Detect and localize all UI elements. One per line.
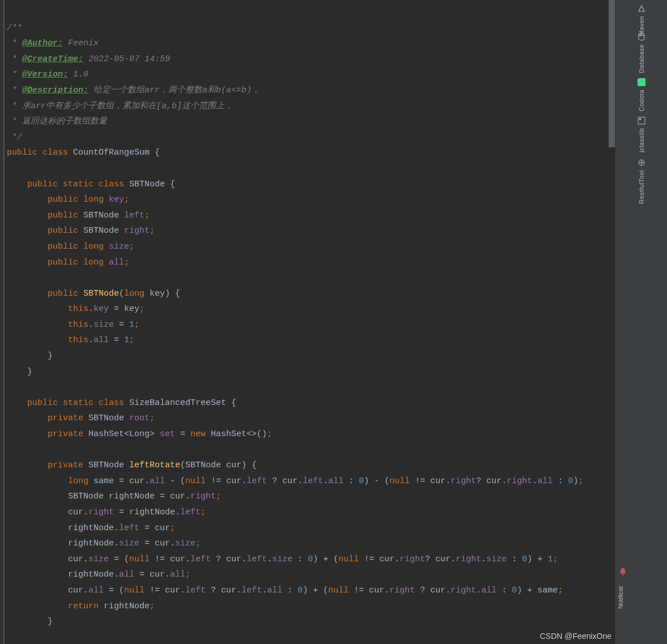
- inner-class-1: SBTNode: [129, 180, 165, 189]
- inner-class-2: SizeBalancedTreeSet: [129, 398, 226, 408]
- tool-tab-maven[interactable]: Maven: [615, 5, 667, 36]
- tool-tab-jclasslib[interactable]: jclasslib: [615, 117, 667, 152]
- tool-label: Notificat: [617, 586, 624, 609]
- code-editor[interactable]: /** * @Author: Feenix * @CreateTime: 202…: [0, 0, 615, 644]
- tool-label: Database: [638, 44, 645, 73]
- tool-label: RestfulTool: [638, 170, 645, 204]
- doc-author-val: Feenix: [63, 39, 99, 48]
- doc-line6: * 返回达标的子数组数量: [7, 117, 107, 126]
- watermark-text: CSDN @FeenixOne: [540, 632, 611, 641]
- right-tool-sidebar: Maven Database Codota jclasslib RestfulT…: [615, 0, 667, 644]
- doc-close: */: [7, 133, 22, 142]
- svg-rect-2: [639, 118, 641, 120]
- tool-tab-notifications[interactable]: Notificat: [617, 586, 664, 610]
- code-content[interactable]: /** * @Author: Feenix * @CreateTime: 202…: [7, 5, 583, 630]
- doc-author-tag: @Author:: [22, 39, 63, 48]
- tool-tab-codota[interactable]: Codota: [615, 78, 667, 111]
- doc-open: /**: [7, 23, 22, 33]
- svg-rect-1: [638, 117, 645, 124]
- doc-desc-tag: @Description:: [22, 86, 88, 95]
- notifications-bell-icon[interactable]: [618, 567, 627, 576]
- tool-tab-database[interactable]: Database: [615, 33, 667, 73]
- doc-line5: * 求arr中有多少个子数组，累加和在[a,b]这个范围上，: [7, 101, 233, 111]
- svg-point-0: [639, 33, 644, 36]
- jclasslib-icon: [638, 117, 645, 125]
- database-icon: [638, 33, 645, 41]
- doc-desc-val: 给定一个数组arr，两个整数a和b(a<=b)，: [88, 86, 260, 95]
- doc-create-val: 2022-05-07 14:59: [83, 54, 170, 64]
- svg-point-4: [622, 574, 624, 575]
- class-name: CountOfRangeSum: [73, 148, 150, 157]
- doc-create-tag: @CreateTime:: [22, 54, 83, 64]
- maven-icon: [638, 5, 645, 12]
- codota-icon: [638, 78, 645, 86]
- restful-icon: [638, 159, 645, 167]
- fold-column: [3, 0, 5, 644]
- doc-version-tag: @Version:: [22, 70, 68, 79]
- tool-tab-restfultool[interactable]: RestfulTool: [615, 159, 667, 204]
- tool-label: jclasslib: [638, 128, 645, 152]
- doc-version-val: 1.0: [68, 70, 88, 79]
- tool-label: Codota: [638, 89, 645, 111]
